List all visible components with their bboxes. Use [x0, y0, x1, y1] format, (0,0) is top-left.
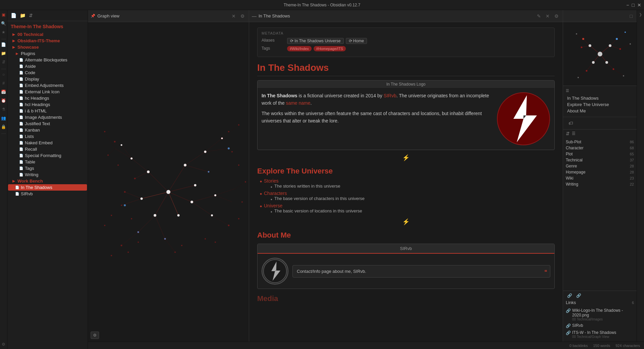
sidebar-item-showcase[interactable]: ▶Showcase — [8, 44, 87, 50]
link-text: ITS-W - In The Shadows 00 Technical/Grap… — [572, 330, 616, 339]
files2-ribbon-icon[interactable]: 📄 — [0, 41, 7, 48]
sort-btn[interactable]: ⇵ — [28, 12, 34, 19]
sidebar-item-hcl-headings[interactable]: 📄hcl Headings — [8, 101, 87, 108]
sidebar-item-kanban[interactable]: 📄Kanban — [8, 127, 87, 133]
toc-link-2[interactable]: Explore The Universe — [567, 102, 609, 107]
sidebar-item-tags[interactable]: 📄Tags — [8, 165, 87, 171]
graph-settings-control[interactable]: ⚙ — [91, 332, 99, 339]
sidebar-item-recall[interactable]: 📄Recall — [8, 146, 87, 152]
stories-link[interactable]: Stories — [264, 178, 279, 184]
universe-link[interactable]: Universe — [264, 203, 282, 208]
lock-ribbon-icon[interactable]: 🔒 — [0, 123, 7, 130]
sort-ribbon-icon[interactable]: ⇵ — [0, 59, 7, 65]
sidebar-item-aside[interactable]: 📄Aside — [8, 63, 87, 69]
svg-point-48 — [204, 238, 206, 240]
note-close-btn[interactable]: ✕ — [544, 13, 551, 19]
external-link-icon-label: External Link Icon — [25, 89, 59, 94]
sidebar-item-code[interactable]: 📄Code — [8, 69, 87, 76]
sidebar-item-work-bench[interactable]: ▶Work Bench — [8, 178, 87, 184]
expand-panel-btn[interactable]: □ — [629, 13, 634, 19]
folder-ribbon-icon[interactable]: 📁 — [0, 50, 7, 57]
sort-count-btn[interactable]: ☰ — [572, 131, 576, 136]
sort-alpha-btn[interactable]: ⇵ — [566, 131, 570, 136]
sidebar-item-display[interactable]: 📄Display — [8, 76, 87, 82]
search-ribbon-icon[interactable]: 🔍 — [0, 20, 7, 27]
showcase-icon: ▶ — [11, 45, 16, 49]
right-ribbon-icon[interactable]: ❯ — [638, 11, 644, 17]
alias-tag-2[interactable]: ⟳ Home — [346, 38, 367, 44]
tag-row-technical[interactable]: Technical37 — [566, 157, 634, 163]
minimize-icon[interactable]: − — [626, 2, 629, 8]
sidebar-item-i-b-html[interactable]: 📄i & b HTML — [8, 108, 87, 114]
svg-point-129 — [625, 32, 626, 33]
sidebar-item-plugins[interactable]: ▶Plugins — [8, 50, 87, 57]
tag-row-homepage[interactable]: Homepage28 — [566, 169, 634, 175]
tag-row-genre[interactable]: Genre28 — [566, 163, 634, 169]
sidebar-item-hc-headings[interactable]: 📄hc Headings — [8, 95, 87, 101]
sidebar-item-naked-embed[interactable]: 📄Naked Embed — [8, 140, 87, 146]
links-icon2[interactable]: 🔗 — [575, 293, 583, 299]
puzzle-ribbon-icon[interactable]: ⚗ — [0, 106, 7, 113]
calendar-ribbon-icon[interactable]: 📅 — [0, 89, 7, 95]
sidebar-item-lists[interactable]: 📄Lists — [8, 133, 87, 140]
sidebar-item-in-the-shadows[interactable]: 📄In The Shadows — [8, 184, 87, 191]
toc-item-3[interactable]: About Me — [566, 108, 634, 114]
clock-ribbon-icon[interactable]: ⏰ — [0, 97, 7, 104]
same-name-link[interactable]: same name — [286, 100, 310, 106]
tag-badge-2[interactable]: #Homepage/ITS — [314, 46, 346, 51]
tag-badge-1[interactable]: #Wiki/Index — [287, 46, 312, 51]
alias-tag-1[interactable]: ⟳ In The Shadows Universe — [287, 38, 344, 44]
toc-link-1[interactable]: In The Shadows — [567, 96, 599, 101]
sidebar-item-00-technical[interactable]: ▶00 Technical — [8, 31, 87, 38]
sidebar-item-justified-text[interactable]: 📄Justified Text — [8, 120, 87, 127]
sidebar-item-alternate-blockquotes[interactable]: 📄Alternate Blockquotes — [8, 57, 87, 63]
tag-row-wiki[interactable]: Wiki23 — [566, 175, 634, 181]
tag-row-plot[interactable]: Plot65 — [566, 151, 634, 157]
sidebar-item-external-link-icon[interactable]: 📄External Link Icon — [8, 89, 87, 95]
toc-header: ☰ — [566, 89, 634, 93]
svg-point-46 — [174, 252, 176, 253]
settings-ribbon-icon[interactable]: ⚙ — [0, 341, 7, 348]
graph-close-btn[interactable]: ✕ — [230, 13, 237, 19]
note-more-btn[interactable]: ⚙ — [553, 13, 560, 19]
hcl-headings-label: hcl Headings — [25, 102, 50, 107]
characters-link[interactable]: Characters — [264, 191, 287, 196]
sidebar-item-image-adjustments[interactable]: 📄Image Adjustments — [8, 114, 87, 120]
svg-point-119 — [609, 44, 611, 47]
note-edit-btn[interactable]: ✎ — [536, 13, 542, 19]
starred-ribbon-icon[interactable]: ★ — [0, 29, 7, 36]
toc-link-3[interactable]: About Me — [567, 108, 586, 113]
files-ribbon-icon[interactable]: ▣ — [0, 11, 7, 18]
restore-icon[interactable]: □ — [632, 2, 635, 8]
toc-item-1[interactable]: In The Shadows — [566, 95, 634, 101]
svg-point-51 — [238, 218, 239, 219]
graph-ribbon-icon[interactable]: ○ — [0, 71, 7, 78]
external-link-icon-icon: 📄 — [19, 90, 24, 94]
sidebar-item-special-formatting[interactable]: 📄Special Formatting — [8, 152, 87, 159]
tag-row-character[interactable]: Character68 — [566, 145, 634, 151]
sidebar-item-table[interactable]: 📄Table — [8, 159, 87, 165]
sirvb-link1[interactable]: SIRvb — [383, 93, 396, 98]
sidebar-item-sirvb[interactable]: 📄SIRvb — [8, 191, 87, 197]
words-status: 150 words — [593, 344, 610, 348]
new-note-btn[interactable]: 📄 — [10, 12, 17, 19]
note-content[interactable]: METADATA Aliases ⟳ In The Shadows Univer… — [249, 22, 563, 342]
tag-name-writing: Writing — [566, 182, 578, 187]
link-item[interactable]: 🔗 Wiki-Logo-In The Shadows - 2020.png 00… — [566, 307, 634, 322]
tag-row-sub-plot[interactable]: Sub-Plot86 — [566, 139, 634, 145]
svg-point-52 — [241, 201, 243, 203]
svg-point-47 — [181, 245, 182, 246]
tags-ribbon-icon[interactable]: # — [0, 80, 7, 87]
link-item[interactable]: 🔗 ITS-W - In The Shadows 00 Technical/Gr… — [566, 329, 634, 340]
tag-row-writing[interactable]: Writing22 — [566, 181, 634, 187]
community-ribbon-icon[interactable]: 👥 — [0, 115, 7, 121]
sidebar-item-embed-adjustments[interactable]: 📄Embed Adjustments — [8, 82, 87, 89]
sidebar-item-obsidian-its-theme[interactable]: ▶Obsidian-ITS-Theme — [8, 38, 87, 44]
close-icon[interactable]: ✕ — [637, 2, 641, 8]
links-icon1[interactable]: 🔗 — [566, 293, 573, 299]
sidebar-item-writing[interactable]: 📄Writing — [8, 171, 87, 178]
graph-settings-btn[interactable]: ⚙ — [239, 13, 246, 19]
new-folder-btn[interactable]: 📁 — [19, 12, 26, 19]
link-item[interactable]: 🔗 SIRvb — [566, 322, 634, 329]
toc-item-2[interactable]: Explore The Universe — [566, 101, 634, 108]
